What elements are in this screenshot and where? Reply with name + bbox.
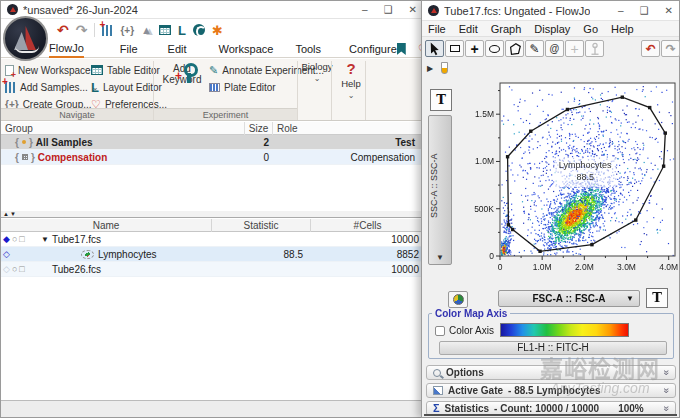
flowjo-logo[interactable] — [3, 16, 48, 61]
quad-gate-tool[interactable]: + — [465, 40, 484, 57]
maximize-button[interactable]: ❑ — [384, 4, 393, 15]
redo-button[interactable]: ↷ — [661, 40, 680, 57]
collapse-chevron-icon[interactable]: » — [662, 406, 673, 412]
table-editor-button[interactable]: Table Editor — [91, 62, 167, 78]
redo-icon[interactable]: ↷ — [76, 22, 88, 38]
plate-editor-label: Plate Editor — [224, 82, 276, 93]
polygon-gate-tool[interactable] — [505, 40, 524, 57]
color-axis-parameter-button[interactable]: FL1-H :: FITC-H — [439, 341, 667, 355]
col-size[interactable]: Size — [245, 122, 273, 135]
col-name[interactable]: Name — [1, 219, 212, 232]
window-resize-edge[interactable] — [424, 414, 677, 416]
sample-row-tube17[interactable]: ◆ ○ □ ▼ Tube17.fcs 10000 — [1, 232, 425, 247]
diamond-pale-icon[interactable]: ◇ — [3, 264, 10, 274]
col-cells[interactable]: #Cells — [311, 219, 425, 232]
add-samples-label: Add Samples... — [20, 82, 88, 93]
chevron-down-icon: ▼ — [626, 291, 634, 306]
menu-configure[interactable]: Configure — [349, 42, 397, 57]
group-row-all-samples[interactable]: {} All Samples 2 Test — [1, 135, 425, 150]
minimize-button[interactable]: – — [618, 5, 624, 16]
square-icon[interactable]: □ — [19, 264, 24, 274]
test-tube-icon[interactable] — [441, 62, 448, 74]
menu-display[interactable]: Display — [534, 23, 570, 35]
table-editor-icon[interactable] — [159, 25, 171, 35]
samples-stack-icon[interactable]: ▲ — [141, 25, 152, 36]
col-role[interactable]: Role — [273, 122, 425, 135]
chevron-down-icon: ⌄ — [314, 74, 321, 83]
checkbox-icon[interactable] — [435, 326, 445, 336]
settings-sun-icon[interactable]: ✱ — [212, 24, 223, 37]
table-editor-icon — [91, 65, 103, 75]
group-size: 2 — [245, 137, 273, 148]
circle-icon[interactable]: ○ — [12, 264, 17, 274]
bookmark-icon[interactable] — [397, 43, 406, 55]
spider-gate-tool[interactable]: @ — [545, 40, 564, 57]
layout-editor-icon[interactable]: L — [178, 24, 186, 37]
x-axis-button[interactable]: FSC-A :: FSC-A ▼ — [498, 290, 640, 307]
menu-file[interactable]: File — [428, 23, 446, 35]
help-button[interactable]: ? Help ⌄ — [335, 61, 367, 100]
color-axis-checkbox-row[interactable]: Color Axis — [435, 325, 494, 336]
col-statistic[interactable]: Statistic — [212, 219, 311, 232]
menu-workspace[interactable]: Workspace — [219, 42, 274, 57]
collapse-chevron-icon[interactable]: » — [662, 388, 673, 394]
menu-edit[interactable]: Edit — [168, 42, 187, 57]
group-table-header[interactable]: Group Size Role — [1, 122, 425, 135]
x-axis-transform-button[interactable]: T — [646, 288, 668, 308]
menu-flowjo[interactable]: FlowJo — [49, 41, 84, 58]
add-samples-button[interactable]: Add Samples... ⌄ — [5, 79, 99, 95]
create-group-icon[interactable]: {+} — [120, 25, 134, 36]
help-question-icon: ? — [335, 61, 367, 78]
minimize-button[interactable]: – — [362, 4, 368, 15]
group-brace-icon: } — [31, 152, 35, 163]
y-axis-button[interactable]: SSC-A :: SSC-A ▼ — [428, 115, 452, 265]
rectangle-gate-tool[interactable] — [445, 40, 464, 57]
undo-button[interactable]: ↶ — [641, 40, 660, 57]
sample-row-tube26[interactable]: ◇ ○ □ Tube26.fcs 10000 — [1, 262, 425, 277]
scatter-plot-canvas[interactable] — [500, 83, 675, 256]
menu-file[interactable]: File — [120, 42, 138, 57]
y-axis-transform-button[interactable]: T — [430, 89, 452, 111]
add-samples-icon[interactable] — [102, 25, 113, 36]
compass-icon[interactable] — [193, 24, 205, 36]
square-icon[interactable]: □ — [19, 234, 24, 244]
status-bar — [1, 400, 425, 417]
undo-icon[interactable]: ↶ — [57, 22, 69, 38]
graph-titlebar[interactable]: Tube17.fcs: Ungated - FlowJo – ❑ ✕ — [422, 1, 679, 21]
collapse-triangle-icon[interactable]: ▼ — [41, 235, 49, 244]
table-splitter[interactable]: ▲▼ — [1, 211, 425, 218]
menu-go[interactable]: Go — [583, 23, 598, 35]
col-group[interactable]: Group — [1, 122, 245, 135]
workspace-titlebar[interactable]: *unsaved* 26-Jun-2024 – ❑ ✕ — [1, 1, 423, 19]
expand-arrow-icon[interactable]: ▶ — [427, 64, 433, 73]
sample-row-lymphocytes[interactable]: ◇ Lymphocytes 88.5 8852 — [1, 247, 425, 262]
collapse-chevron-icon[interactable]: » — [662, 370, 673, 376]
select-cursor-tool[interactable] — [425, 40, 444, 57]
close-button[interactable]: ✕ — [665, 5, 673, 16]
menu-tools[interactable]: Tools — [295, 42, 321, 57]
plot-options-button[interactable] — [448, 291, 468, 308]
add-keyword-button[interactable]: + Add Keyword — [159, 63, 205, 85]
options-panel-header[interactable]: Options » — [426, 365, 676, 380]
new-workspace-button[interactable]: New Workspace — [5, 62, 99, 78]
menu-edit[interactable]: Edit — [459, 23, 478, 35]
pencil-gate-tool[interactable]: ✎ — [525, 40, 544, 57]
diamond-open-icon[interactable]: ◇ — [3, 249, 10, 259]
color-map-axis-group: Color Map Axis Color Axis FL1-H :: FITC-… — [428, 313, 674, 359]
active-gate-panel-header[interactable]: Active Gate - 88.5 Lymphocytes » — [426, 383, 676, 398]
menu-help[interactable]: Help — [611, 23, 634, 35]
sample-table: Name Statistic #Cells ◆ ○ □ ▼ Tube17.fcs… — [1, 219, 425, 401]
circle-icon[interactable]: ○ — [12, 234, 17, 244]
close-button[interactable]: ✕ — [409, 4, 417, 15]
group-brace-icon: { — [15, 137, 19, 148]
biology-button[interactable]: Biology ⌄ — [301, 61, 333, 83]
workspace-title: *unsaved* 26-Jun-2024 — [23, 4, 138, 16]
layout-editor-button[interactable]: L Layout Editor — [91, 79, 167, 95]
group-row-compensation[interactable]: {} Compensation 0 Compensation — [1, 150, 425, 165]
group-brace-icon: { — [15, 152, 19, 163]
sample-table-header[interactable]: Name Statistic #Cells — [1, 219, 425, 232]
menu-graph[interactable]: Graph — [491, 23, 522, 35]
diamond-filled-icon[interactable]: ◆ — [3, 234, 10, 244]
ellipse-gate-tool[interactable] — [485, 40, 504, 57]
maximize-button[interactable]: ❑ — [640, 5, 649, 16]
